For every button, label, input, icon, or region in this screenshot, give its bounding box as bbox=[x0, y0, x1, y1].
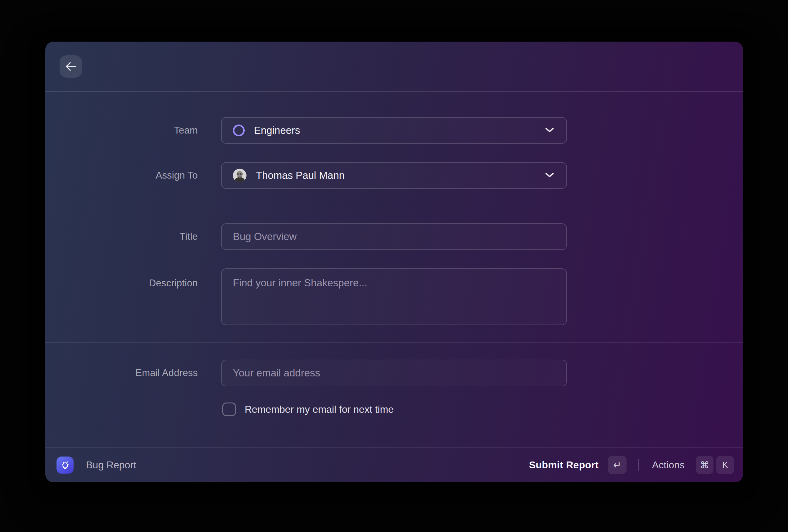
remember-label: Remember my email for next time bbox=[245, 404, 394, 415]
title-label: Title bbox=[45, 231, 198, 242]
section-details: Title Description bbox=[45, 205, 743, 342]
footer-divider bbox=[638, 459, 639, 471]
assign-to-value: Thomas Paul Mann bbox=[256, 170, 545, 181]
team-label: Team bbox=[45, 125, 198, 136]
footer-bar: Bug Report Submit Report ↵ Actions ⌘ K bbox=[45, 447, 743, 482]
description-input[interactable] bbox=[221, 268, 567, 325]
description-row: Description bbox=[45, 268, 743, 325]
team-dropdown[interactable]: Engineers bbox=[221, 117, 567, 144]
assign-to-label: Assign To bbox=[45, 170, 198, 181]
team-value: Engineers bbox=[254, 124, 545, 136]
title-row: Title bbox=[45, 223, 743, 250]
k-key-icon: K bbox=[716, 456, 734, 474]
bug-icon bbox=[57, 456, 74, 474]
assign-to-dropdown[interactable]: Thomas Paul Mann bbox=[221, 162, 567, 189]
chevron-down-icon bbox=[545, 127, 554, 134]
remember-checkbox[interactable] bbox=[222, 402, 236, 416]
chevron-down-icon bbox=[545, 172, 554, 179]
email-label: Email Address bbox=[45, 368, 198, 379]
team-circle-icon bbox=[233, 124, 245, 136]
title-input[interactable] bbox=[221, 223, 567, 250]
section-team: Team Engineers Assign To bbox=[45, 92, 743, 205]
email-row: Email Address bbox=[45, 360, 743, 386]
actions-button[interactable]: Actions bbox=[652, 459, 685, 471]
back-button[interactable] bbox=[60, 55, 82, 78]
window-header bbox=[45, 42, 743, 91]
assign-to-row: Assign To Thomas Paul Mann bbox=[45, 162, 743, 189]
remember-row: Remember my email for next time bbox=[222, 402, 743, 416]
command-name: Bug Report bbox=[86, 459, 136, 471]
description-label: Description bbox=[45, 268, 198, 289]
submit-report-button[interactable]: Submit Report bbox=[529, 459, 598, 471]
return-key-icon: ↵ bbox=[608, 456, 627, 474]
back-arrow-icon bbox=[64, 61, 77, 72]
bug-report-window: Team Engineers Assign To bbox=[45, 42, 743, 482]
section-email: Email Address Remember my email for next… bbox=[45, 342, 743, 416]
cmd-key-icon: ⌘ bbox=[696, 456, 713, 474]
team-row: Team Engineers bbox=[45, 117, 743, 144]
email-input[interactable] bbox=[221, 360, 567, 386]
avatar bbox=[233, 169, 247, 182]
